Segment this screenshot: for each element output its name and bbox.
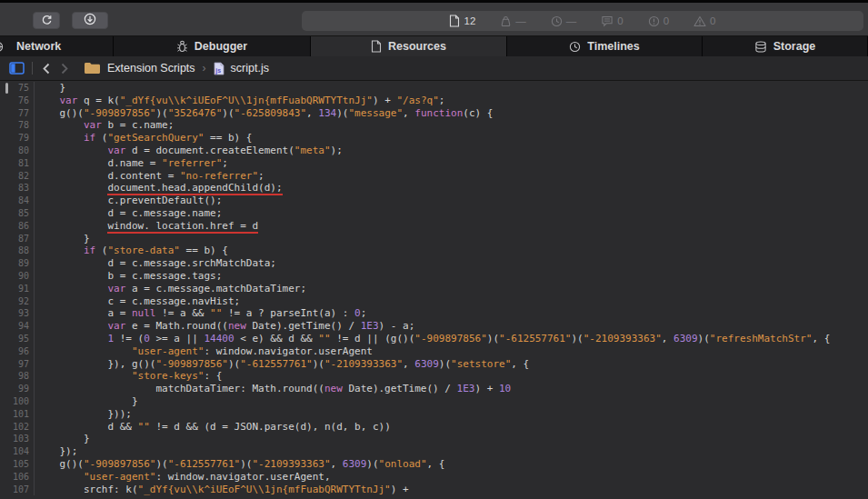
console-message-count: 0 [601, 15, 623, 27]
line-number[interactable]: 85 [0, 207, 35, 220]
divider [32, 62, 33, 75]
tab-debugger[interactable]: Debugger [114, 36, 311, 56]
line-number[interactable]: 95 [0, 333, 35, 345]
code-text: a = null != a && "" != a ? parseInt(a) :… [35, 307, 366, 320]
line-number[interactable]: 88 [0, 245, 35, 257]
code-line: 88 if ("store-data" == b) { [0, 245, 868, 257]
line-number[interactable]: 78 [0, 119, 35, 132]
code-line: 103 } [0, 433, 868, 445]
line-number[interactable]: 75 [0, 82, 35, 95]
code-text: c = c.message.navHist; [35, 295, 240, 308]
line-number[interactable]: 89 [0, 257, 35, 270]
code-text: }), g()("-909897856")("-612557761")("-21… [35, 358, 529, 371]
line-number[interactable]: 100 [0, 395, 35, 408]
code-line: 85 d = c.message.name; [0, 207, 868, 220]
line-number[interactable]: 90 [0, 270, 35, 283]
triangle-exclaim-icon [693, 15, 706, 27]
code-line: 82 d.content = "no-referrer"; [0, 170, 868, 183]
line-number[interactable]: 84 [0, 195, 35, 207]
forward-button[interactable] [60, 63, 69, 75]
line-number[interactable]: 99 [0, 383, 35, 395]
breadcrumb-folder-label[interactable]: Extension Scripts [107, 62, 195, 75]
line-number[interactable]: 96 [0, 345, 35, 358]
code-line: 98 "store-keys": { [0, 370, 868, 383]
code-text: d && "" != d && (d = JSON.parse(d), n(d,… [35, 421, 391, 434]
line-number[interactable]: 94 [0, 320, 35, 333]
tab-label: Resources [388, 40, 446, 53]
line-number[interactable]: 93 [0, 307, 35, 320]
bubble-icon [601, 15, 614, 27]
code-line: 100 } [0, 395, 868, 408]
code-text: var a = c.message.matchDataTimer; [35, 283, 306, 295]
load-time: — [551, 15, 577, 27]
line-number[interactable]: 104 [0, 445, 35, 458]
bug-icon [176, 40, 188, 53]
tab-label: Debugger [195, 40, 247, 53]
line-number[interactable]: 101 [0, 408, 35, 421]
code-text: srchf: k("_dYf{vu\\k^iUEoF^U\\1jn{mfFuab… [35, 484, 409, 496]
line-number[interactable]: 102 [0, 421, 35, 434]
tab-network[interactable]: Network [0, 36, 114, 56]
code-content: 75 }76 var q = k("_dYf{vu\\k^iUEoF^U\\1j… [0, 82, 868, 495]
code-text: document.head.appendChild(d); [35, 182, 283, 195]
back-button[interactable] [42, 63, 51, 75]
line-number[interactable]: 92 [0, 295, 35, 308]
code-text: "user-agent": window.navigator.userAgent [35, 345, 373, 358]
error-count-value: 0 [663, 15, 669, 26]
js-file-icon: js [214, 62, 224, 75]
line-number[interactable]: 81 [0, 157, 35, 170]
line-number[interactable]: 106 [0, 471, 35, 484]
code-text: var d = document.createElement("meta"); [35, 145, 343, 157]
code-text: "store-keys": { [35, 370, 222, 383]
resource-count: 12 [449, 15, 475, 27]
tab-timelines[interactable]: Timelines [507, 36, 703, 56]
code-line: 106 "user-agent": window.navigator.userA… [0, 471, 868, 484]
globe-icon [0, 41, 4, 53]
reload-button[interactable] [33, 12, 60, 29]
code-line: 96 "user-agent": window.navigator.userAg… [0, 345, 868, 358]
code-line: 79 if ("getSearchQuery" == b) { [0, 132, 868, 145]
code-line: 102 d && "" != d && (d = JSON.parse(d), … [0, 421, 868, 434]
tab-resources[interactable]: Resources [311, 36, 507, 56]
download-button[interactable] [72, 12, 108, 29]
breadcrumb-file-label[interactable]: script.js [231, 62, 269, 75]
tab-label: Timelines [587, 40, 639, 53]
line-number[interactable]: 86 [0, 220, 35, 233]
code-line: 83 document.head.appendChild(d); [0, 182, 868, 195]
code-text: } [35, 82, 65, 95]
code-text: d = c.message.name; [35, 207, 222, 220]
code-line: 75 } [0, 82, 868, 95]
folder-icon [84, 62, 101, 75]
code-line: 78 var b = c.name; [0, 119, 868, 132]
resource-count-value: 12 [464, 15, 475, 26]
line-number[interactable]: 97 [0, 358, 35, 371]
line-number[interactable]: 98 [0, 370, 35, 383]
weight-icon [500, 15, 512, 27]
code-line: 105 g()("-909897856")("-612557761")("-21… [0, 458, 868, 471]
sidebar-toggle-icon[interactable] [9, 62, 25, 75]
line-number[interactable]: 79 [0, 132, 35, 145]
circle-exclaim-icon [648, 15, 660, 27]
warning-count: 0 [693, 15, 715, 27]
code-line: 76 var q = k("_dYf{vu\\k^iUEoF^U\\1jn{mf… [0, 95, 868, 107]
line-number[interactable]: 105 [0, 458, 35, 471]
line-number[interactable]: 103 [0, 433, 35, 445]
line-number[interactable]: 82 [0, 170, 35, 183]
line-number[interactable]: 91 [0, 283, 35, 295]
navigation-bar: Extension Scripts › js script.js [0, 56, 868, 81]
svg-text:js: js [215, 66, 221, 74]
red-annotation-underline: window. location.href = d [107, 220, 258, 234]
code-text: } [35, 433, 90, 445]
line-number[interactable]: 107 [0, 484, 35, 496]
code-line: 107 srchf: k("_dYf{vu\\k^iUEoF^U\\1jn{mf… [0, 484, 868, 496]
error-count: 0 [648, 15, 669, 27]
line-number[interactable]: 87 [0, 233, 35, 245]
line-number[interactable]: 76 [0, 95, 35, 107]
activity-status-bar[interactable]: 12——000 [302, 11, 863, 31]
tab-storage[interactable]: Storage [703, 36, 868, 56]
line-number[interactable]: 77 [0, 107, 35, 120]
line-number[interactable]: 83 [0, 182, 35, 195]
source-code-editor[interactable]: 75 }76 var q = k("_dYf{vu\\k^iUEoF^U\\1j… [0, 81, 868, 499]
line-number[interactable]: 80 [0, 145, 35, 157]
reload-icon [41, 13, 53, 29]
